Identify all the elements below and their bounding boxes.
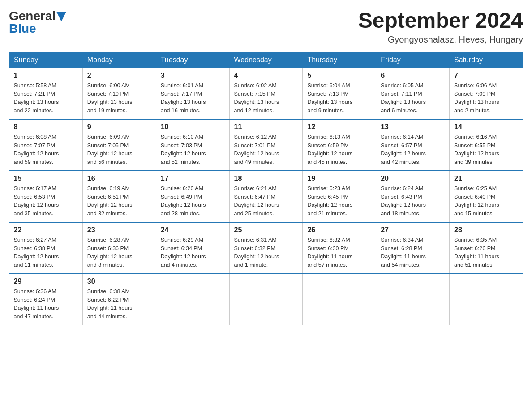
calendar-body: 1Sunrise: 5:58 AM Sunset: 7:21 PM Daylig…	[9, 68, 523, 325]
day-cell: 5Sunrise: 6:04 AM Sunset: 7:13 PM Daylig…	[303, 68, 376, 119]
day-cell: 15Sunrise: 6:17 AM Sunset: 6:53 PM Dayli…	[9, 171, 83, 222]
day-cell: 14Sunrise: 6:16 AM Sunset: 6:55 PM Dayli…	[450, 119, 523, 171]
day-info: Sunrise: 6:31 AM Sunset: 6:32 PM Dayligh…	[234, 236, 298, 270]
day-info: Sunrise: 6:08 AM Sunset: 7:07 PM Dayligh…	[14, 133, 78, 167]
day-number: 2	[87, 72, 151, 80]
day-number: 3	[161, 72, 225, 80]
day-cell	[376, 274, 450, 325]
day-number: 7	[454, 72, 518, 80]
day-cell: 13Sunrise: 6:14 AM Sunset: 6:57 PM Dayli…	[376, 119, 450, 171]
day-info: Sunrise: 6:13 AM Sunset: 6:59 PM Dayligh…	[307, 133, 371, 167]
weekday-header-row: SundayMondayTuesdayWednesdayThursdayFrid…	[9, 52, 523, 68]
day-info: Sunrise: 6:16 AM Sunset: 6:55 PM Dayligh…	[454, 133, 518, 167]
day-cell: 11Sunrise: 6:12 AM Sunset: 7:01 PM Dayli…	[229, 119, 303, 171]
day-number: 23	[87, 226, 151, 234]
weekday-header-saturday: Saturday	[450, 52, 523, 68]
day-info: Sunrise: 6:12 AM Sunset: 7:01 PM Dayligh…	[234, 133, 298, 167]
day-cell: 12Sunrise: 6:13 AM Sunset: 6:59 PM Dayli…	[303, 119, 376, 171]
day-cell: 18Sunrise: 6:21 AM Sunset: 6:47 PM Dayli…	[229, 171, 303, 222]
day-number: 4	[234, 72, 298, 80]
weekday-header-thursday: Thursday	[303, 52, 376, 68]
week-row-1: 1Sunrise: 5:58 AM Sunset: 7:21 PM Daylig…	[9, 68, 523, 119]
day-cell	[303, 274, 376, 325]
day-info: Sunrise: 6:32 AM Sunset: 6:30 PM Dayligh…	[307, 236, 371, 270]
day-cell: 22Sunrise: 6:27 AM Sunset: 6:38 PM Dayli…	[9, 222, 83, 274]
day-cell: 4Sunrise: 6:02 AM Sunset: 7:15 PM Daylig…	[229, 68, 303, 119]
day-cell: 9Sunrise: 6:09 AM Sunset: 7:05 PM Daylig…	[82, 119, 156, 171]
day-cell	[229, 274, 303, 325]
day-cell: 29Sunrise: 6:36 AM Sunset: 6:24 PM Dayli…	[9, 274, 83, 325]
day-number: 28	[454, 226, 518, 234]
day-number: 1	[14, 72, 78, 80]
day-number: 17	[161, 175, 225, 183]
day-info: Sunrise: 6:10 AM Sunset: 7:03 PM Dayligh…	[161, 133, 225, 167]
day-info: Sunrise: 6:14 AM Sunset: 6:57 PM Dayligh…	[381, 133, 445, 167]
day-info: Sunrise: 6:35 AM Sunset: 6:26 PM Dayligh…	[454, 236, 518, 270]
day-info: Sunrise: 6:24 AM Sunset: 6:43 PM Dayligh…	[381, 184, 445, 218]
day-cell: 8Sunrise: 6:08 AM Sunset: 7:07 PM Daylig…	[9, 119, 83, 171]
day-number: 20	[381, 175, 445, 183]
day-cell: 23Sunrise: 6:28 AM Sunset: 6:36 PM Dayli…	[82, 222, 156, 274]
day-number: 30	[87, 278, 151, 286]
day-info: Sunrise: 6:34 AM Sunset: 6:28 PM Dayligh…	[381, 236, 445, 270]
day-cell: 30Sunrise: 6:38 AM Sunset: 6:22 PM Dayli…	[82, 274, 156, 325]
day-info: Sunrise: 6:38 AM Sunset: 6:22 PM Dayligh…	[87, 287, 151, 321]
logo-blue-text: Blue	[9, 21, 36, 36]
week-row-4: 22Sunrise: 6:27 AM Sunset: 6:38 PM Dayli…	[9, 222, 523, 274]
day-number: 13	[381, 123, 445, 131]
day-info: Sunrise: 6:25 AM Sunset: 6:40 PM Dayligh…	[454, 184, 518, 218]
day-info: Sunrise: 6:02 AM Sunset: 7:15 PM Dayligh…	[234, 81, 298, 115]
day-cell: 6Sunrise: 6:05 AM Sunset: 7:11 PM Daylig…	[376, 68, 450, 119]
day-cell: 7Sunrise: 6:06 AM Sunset: 7:09 PM Daylig…	[450, 68, 523, 119]
day-number: 22	[14, 226, 78, 234]
day-cell: 27Sunrise: 6:34 AM Sunset: 6:28 PM Dayli…	[376, 222, 450, 274]
day-cell: 28Sunrise: 6:35 AM Sunset: 6:26 PM Dayli…	[450, 222, 523, 274]
calendar-table: SundayMondayTuesdayWednesdayThursdayFrid…	[9, 52, 523, 325]
day-number: 12	[307, 123, 371, 131]
day-cell: 16Sunrise: 6:19 AM Sunset: 6:51 PM Dayli…	[82, 171, 156, 222]
week-row-5: 29Sunrise: 6:36 AM Sunset: 6:24 PM Dayli…	[9, 274, 523, 325]
weekday-header-wednesday: Wednesday	[229, 52, 303, 68]
day-number: 15	[14, 175, 78, 183]
weekday-header-tuesday: Tuesday	[156, 52, 229, 68]
day-cell: 25Sunrise: 6:31 AM Sunset: 6:32 PM Dayli…	[229, 222, 303, 274]
day-number: 11	[234, 123, 298, 131]
day-info: Sunrise: 6:00 AM Sunset: 7:19 PM Dayligh…	[87, 81, 151, 115]
day-cell: 26Sunrise: 6:32 AM Sunset: 6:30 PM Dayli…	[303, 222, 376, 274]
day-number: 24	[161, 226, 225, 234]
logo-triangle-icon	[56, 12, 66, 21]
day-cell: 21Sunrise: 6:25 AM Sunset: 6:40 PM Dayli…	[450, 171, 523, 222]
day-cell: 1Sunrise: 5:58 AM Sunset: 7:21 PM Daylig…	[9, 68, 83, 119]
day-info: Sunrise: 5:58 AM Sunset: 7:21 PM Dayligh…	[14, 81, 78, 115]
day-info: Sunrise: 6:01 AM Sunset: 7:17 PM Dayligh…	[161, 81, 225, 115]
day-info: Sunrise: 6:23 AM Sunset: 6:45 PM Dayligh…	[307, 184, 371, 218]
day-number: 19	[307, 175, 371, 183]
day-number: 16	[87, 175, 151, 183]
day-info: Sunrise: 6:21 AM Sunset: 6:47 PM Dayligh…	[234, 184, 298, 218]
day-info: Sunrise: 6:28 AM Sunset: 6:36 PM Dayligh…	[87, 236, 151, 270]
day-info: Sunrise: 6:27 AM Sunset: 6:38 PM Dayligh…	[14, 236, 78, 270]
day-info: Sunrise: 6:04 AM Sunset: 7:13 PM Dayligh…	[307, 81, 371, 115]
day-number: 26	[307, 226, 371, 234]
day-number: 21	[454, 175, 518, 183]
day-cell: 17Sunrise: 6:20 AM Sunset: 6:49 PM Dayli…	[156, 171, 229, 222]
day-number: 10	[161, 123, 225, 131]
day-number: 27	[381, 226, 445, 234]
day-number: 8	[14, 123, 78, 131]
day-info: Sunrise: 6:36 AM Sunset: 6:24 PM Dayligh…	[14, 287, 78, 321]
day-cell: 24Sunrise: 6:29 AM Sunset: 6:34 PM Dayli…	[156, 222, 229, 274]
day-cell: 2Sunrise: 6:00 AM Sunset: 7:19 PM Daylig…	[82, 68, 156, 119]
day-info: Sunrise: 6:19 AM Sunset: 6:51 PM Dayligh…	[87, 184, 151, 218]
day-number: 6	[381, 72, 445, 80]
day-cell: 10Sunrise: 6:10 AM Sunset: 7:03 PM Dayli…	[156, 119, 229, 171]
calendar-subtitle: Gyongyoshalasz, Heves, Hungary	[358, 34, 523, 45]
day-number: 29	[14, 278, 78, 286]
day-cell: 3Sunrise: 6:01 AM Sunset: 7:17 PM Daylig…	[156, 68, 229, 119]
week-row-3: 15Sunrise: 6:17 AM Sunset: 6:53 PM Dayli…	[9, 171, 523, 222]
day-cell	[156, 274, 229, 325]
day-info: Sunrise: 6:06 AM Sunset: 7:09 PM Dayligh…	[454, 81, 518, 115]
title-area: September 2024 Gyongyoshalasz, Heves, Hu…	[358, 9, 523, 45]
day-info: Sunrise: 6:29 AM Sunset: 6:34 PM Dayligh…	[161, 236, 225, 270]
day-info: Sunrise: 6:05 AM Sunset: 7:11 PM Dayligh…	[381, 81, 445, 115]
calendar-header: SundayMondayTuesdayWednesdayThursdayFrid…	[9, 52, 523, 68]
